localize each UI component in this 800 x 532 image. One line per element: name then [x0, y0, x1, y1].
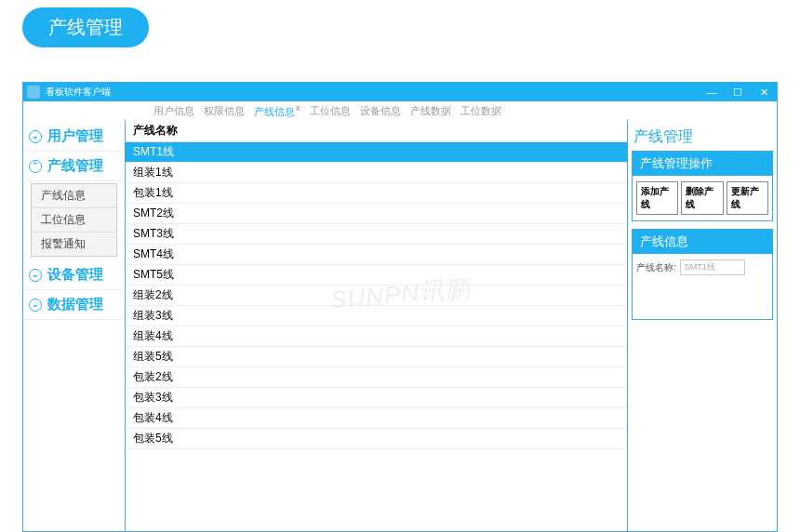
grid-row[interactable]: SMT3线: [126, 224, 627, 245]
grid-row[interactable]: 包装5线: [126, 429, 627, 449]
info-label: 产线名称:: [636, 261, 676, 274]
ops-panel-header: 产线管理操作: [633, 152, 772, 176]
grid-row[interactable]: 组装4线: [126, 326, 627, 347]
grid: 产线名称 SMT1线组装1线包装1线SMT2线SMT3线SMT4线SMT5线组装…: [126, 120, 628, 531]
ops-panel: 产线管理操作 添加产线删除产线更新产线: [632, 151, 773, 221]
chevron-icon: ⌄: [29, 299, 42, 312]
line-name-input[interactable]: SMT1线: [680, 259, 745, 275]
sidebar-group-3[interactable]: ⌄数据管理: [25, 290, 123, 320]
window-title: 看板软件客户端: [46, 86, 111, 99]
grid-row[interactable]: 包装4线: [126, 408, 627, 429]
tab-2[interactable]: 产线信息x: [254, 103, 300, 119]
tab-6[interactable]: 工位数据: [460, 104, 501, 118]
tab-close-icon[interactable]: x: [296, 103, 300, 113]
grid-row[interactable]: 组装3线: [126, 306, 627, 326]
chevron-icon: ⌃: [29, 160, 42, 173]
app-window: 看板软件客户端 — ☐ ✕ 用户信息权限信息产线信息x工位信息设备信息产线数据工…: [22, 82, 778, 532]
maximize-button[interactable]: ☐: [725, 86, 751, 99]
grid-row[interactable]: 组装2线: [126, 286, 627, 306]
tab-5[interactable]: 产线数据: [410, 104, 451, 118]
sidebar-group-2[interactable]: ⌄设备管理: [25, 260, 123, 290]
grid-row[interactable]: 组装5线: [126, 347, 627, 367]
tab-4[interactable]: 设备信息: [360, 104, 401, 118]
grid-row[interactable]: SMT1线: [126, 142, 627, 163]
minimize-button[interactable]: —: [699, 86, 725, 98]
right-pane: 产线管理 产线管理操作 添加产线删除产线更新产线 产线信息 产线名称: SMT1…: [628, 120, 777, 531]
grid-row[interactable]: SMT5线: [126, 265, 627, 286]
grid-row[interactable]: 包装3线: [126, 388, 627, 408]
grid-row[interactable]: SMT2线: [126, 204, 627, 224]
sidebar-group-0[interactable]: ⌄用户管理: [25, 122, 123, 152]
grid-row[interactable]: SMT4线: [126, 245, 627, 265]
grid-row[interactable]: 包装2线: [126, 367, 627, 388]
titlebar: 看板软件客户端 — ☐ ✕: [23, 83, 777, 101]
ops-button-0[interactable]: 添加产线: [636, 181, 678, 215]
app-icon: [27, 86, 40, 99]
grid-header: 产线名称: [126, 120, 627, 142]
tab-0[interactable]: 用户信息: [153, 104, 194, 118]
info-panel-header: 产线信息: [633, 230, 772, 254]
tab-3[interactable]: 工位信息: [310, 104, 351, 118]
chevron-icon: ⌄: [29, 269, 42, 282]
sidebar-group-label: 用户管理: [47, 127, 103, 145]
sidebar-group-label: 数据管理: [47, 296, 103, 313]
tab-bar: 用户信息权限信息产线信息x工位信息设备信息产线数据工位数据: [23, 101, 777, 120]
sidebar-item-1-2[interactable]: 报警通知: [32, 233, 116, 256]
chevron-icon: ⌄: [29, 130, 42, 143]
page-badge: 产线管理: [22, 7, 149, 47]
sidebar-group-label: 设备管理: [47, 266, 103, 284]
tab-1[interactable]: 权限信息: [204, 104, 245, 118]
right-title: 产线管理: [632, 124, 773, 151]
sidebar-group-1[interactable]: ⌃产线管理: [25, 152, 123, 181]
sidebar-item-1-1[interactable]: 工位信息: [32, 208, 116, 233]
close-button[interactable]: ✕: [751, 86, 777, 99]
sidebar-item-1-0[interactable]: 产线信息: [32, 184, 116, 208]
sidebar-group-label: 产线管理: [47, 157, 103, 175]
sidebar: ⌄用户管理⌃产线管理产线信息工位信息报警通知⌄设备管理⌄数据管理: [23, 120, 126, 531]
ops-button-2[interactable]: 更新产线: [727, 181, 768, 215]
info-panel: 产线信息 产线名称: SMT1线: [632, 229, 773, 320]
grid-row[interactable]: 包装1线: [126, 183, 627, 204]
grid-row[interactable]: 组装1线: [126, 163, 627, 183]
ops-button-1[interactable]: 删除产线: [681, 181, 723, 215]
